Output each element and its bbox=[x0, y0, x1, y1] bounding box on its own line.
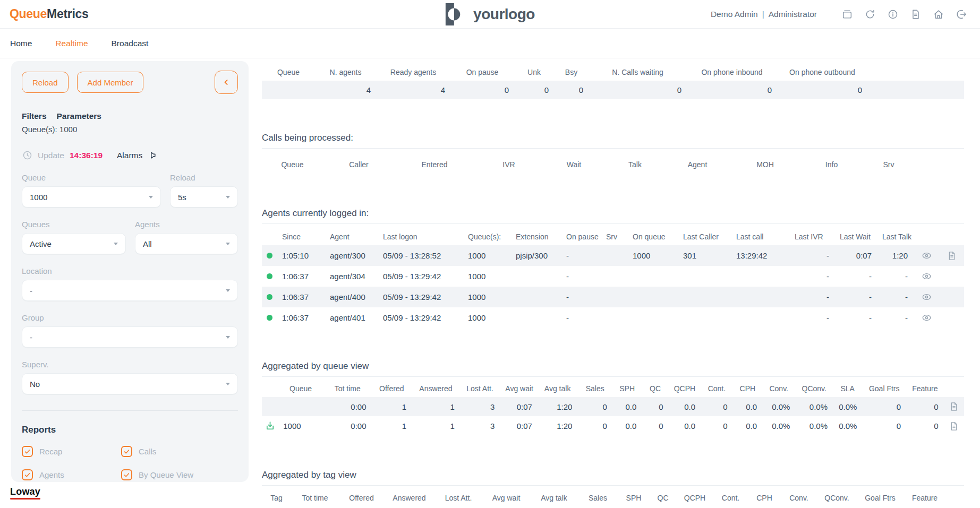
column-header: Last logon bbox=[378, 224, 463, 245]
queue-select-value: 1000 bbox=[30, 193, 47, 202]
superv-field-label: Superv. bbox=[22, 360, 238, 369]
group-select[interactable]: - bbox=[22, 326, 238, 348]
tab-filters[interactable]: Filters bbox=[22, 111, 47, 121]
tab-parameters[interactable]: Parameters bbox=[57, 111, 101, 121]
cell: - bbox=[877, 307, 913, 328]
alarms-speaker-icon[interactable] bbox=[147, 150, 158, 161]
cell bbox=[940, 307, 964, 328]
archive-icon[interactable] bbox=[841, 8, 853, 20]
nav-item-home[interactable]: Home bbox=[10, 39, 32, 48]
cell: - bbox=[834, 266, 877, 287]
cell: 0.0% bbox=[795, 397, 833, 416]
cell: - bbox=[789, 287, 834, 307]
top-bar: QueueMetrics yourlogo Demo Admin | Admin… bbox=[0, 0, 980, 29]
queues-field: Queues Active bbox=[22, 220, 126, 254]
column-header: Queue bbox=[262, 149, 323, 176]
home-icon[interactable] bbox=[933, 8, 944, 20]
doc-icon[interactable] bbox=[944, 397, 964, 416]
column-header bbox=[944, 377, 964, 397]
doc-icon[interactable] bbox=[940, 245, 964, 266]
cell bbox=[601, 287, 627, 307]
cell bbox=[678, 307, 731, 328]
field-row-location: Location - bbox=[22, 266, 238, 301]
report-option-by-queue-view[interactable]: By Queue View bbox=[121, 469, 238, 480]
eye-icon[interactable] bbox=[913, 307, 940, 328]
chevron-down-icon bbox=[226, 196, 230, 199]
column-header: Goal Ftrs bbox=[862, 377, 906, 397]
column-header: Last IVR bbox=[789, 224, 834, 245]
document-icon[interactable] bbox=[910, 8, 922, 20]
eye-icon[interactable] bbox=[913, 245, 940, 266]
agents-select[interactable]: All bbox=[135, 233, 238, 254]
update-time: 14:36:19 bbox=[70, 151, 103, 160]
status-online-icon bbox=[262, 245, 277, 266]
agents-logged-in-table: SinceAgentLast logonQueue(s):ExtensionOn… bbox=[262, 224, 964, 328]
column-header: Agent bbox=[666, 149, 729, 176]
column-header: Lost Att. bbox=[460, 377, 500, 397]
nav-item-broadcast[interactable]: Broadcast bbox=[112, 39, 149, 48]
cell: 0.0 bbox=[733, 416, 762, 436]
doc-icon[interactable] bbox=[944, 416, 964, 436]
queues-select[interactable]: Active bbox=[22, 233, 126, 254]
report-option-recap[interactable]: Recap bbox=[22, 446, 121, 457]
calls-section-title: Calls being processed: bbox=[262, 133, 980, 143]
column-header: On pause bbox=[561, 224, 601, 245]
info-icon[interactable] bbox=[887, 8, 899, 20]
cell: agent/400 bbox=[325, 287, 378, 307]
cell bbox=[940, 266, 964, 287]
column-header: Feature bbox=[906, 377, 944, 397]
cell: - bbox=[834, 287, 877, 307]
cell: 05/09 - 13:28:52 bbox=[378, 245, 463, 266]
user-info: Demo Admin | Administrator bbox=[711, 10, 817, 19]
cell: - bbox=[561, 266, 601, 287]
field-row-group: Group - bbox=[22, 313, 238, 348]
cell bbox=[731, 307, 789, 328]
column-header: Tot time bbox=[291, 486, 339, 508]
page-layout: Reload Add Member Filters Parameters Que… bbox=[0, 58, 980, 508]
column-header: Wait bbox=[543, 149, 604, 176]
superv-select[interactable]: No bbox=[22, 373, 238, 394]
agents-field-label: Agents bbox=[135, 220, 238, 229]
location-select[interactable]: - bbox=[22, 280, 238, 301]
cell bbox=[940, 287, 964, 307]
queue-agg-row: 10000:001130:071:2000.000.000.00.0%0.0%0… bbox=[262, 416, 964, 436]
cell: - bbox=[834, 307, 877, 328]
eye-icon[interactable] bbox=[913, 287, 940, 307]
cell: 0.0% bbox=[833, 416, 862, 436]
refresh-icon[interactable] bbox=[864, 8, 876, 20]
cell: 1:06:37 bbox=[277, 307, 325, 328]
column-header: Offered bbox=[339, 486, 384, 508]
cell: 0:07 bbox=[500, 416, 538, 436]
cell: 1000 bbox=[463, 307, 510, 328]
chevron-down-icon bbox=[226, 243, 230, 245]
cell: 1:20 bbox=[877, 245, 913, 266]
cell: 0 bbox=[701, 397, 732, 416]
column-header bbox=[946, 486, 964, 508]
cell: 0.0% bbox=[833, 397, 862, 416]
cell bbox=[867, 81, 964, 99]
column-header: On phone outbound bbox=[777, 63, 867, 81]
cell bbox=[601, 245, 627, 266]
loway-logo[interactable]: Loway bbox=[10, 486, 40, 500]
report-option-agents[interactable]: Agents bbox=[22, 469, 121, 480]
reload-button[interactable]: Reload bbox=[22, 72, 69, 93]
column-header: Feature bbox=[904, 486, 946, 508]
column-header: Tot time bbox=[323, 377, 372, 397]
collapse-sidebar-button[interactable] bbox=[215, 71, 238, 94]
column-header: Srv bbox=[862, 149, 915, 176]
chevron-down-icon bbox=[149, 196, 153, 199]
cell bbox=[731, 266, 789, 287]
cell: 05/09 - 13:29:42 bbox=[378, 266, 463, 287]
reload-select[interactable]: 5s bbox=[170, 186, 238, 208]
report-option-calls[interactable]: Calls bbox=[121, 446, 238, 457]
add-member-button[interactable]: Add Member bbox=[77, 72, 144, 93]
eye-icon[interactable] bbox=[913, 266, 940, 287]
nav-item-realtime[interactable]: Realtime bbox=[55, 39, 88, 48]
cell: - bbox=[561, 287, 601, 307]
cell: 0 bbox=[862, 416, 906, 436]
group-field-label: Group bbox=[22, 313, 238, 322]
queue-select[interactable]: 1000 bbox=[22, 186, 161, 208]
cell: - bbox=[789, 307, 834, 328]
reload-select-value: 5s bbox=[178, 193, 186, 202]
logout-icon[interactable] bbox=[956, 8, 967, 20]
